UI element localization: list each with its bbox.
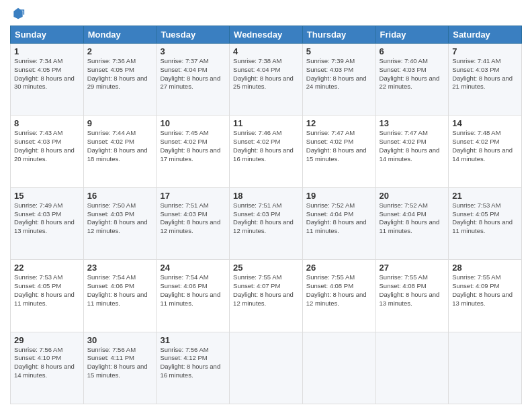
- table-row: 11 Sunrise: 7:46 AMSunset: 4:02 PMDaylig…: [230, 116, 303, 187]
- day-number: 14: [452, 118, 518, 128]
- table-row: 1 Sunrise: 7:34 AMSunset: 4:05 PMDayligh…: [11, 44, 84, 116]
- table-row: 3 Sunrise: 7:37 AMSunset: 4:04 PMDayligh…: [157, 44, 230, 116]
- calendar-week-row: 1 Sunrise: 7:34 AMSunset: 4:05 PMDayligh…: [11, 44, 522, 116]
- table-row: 30 Sunrise: 7:56 AMSunset: 4:11 PMDaylig…: [83, 332, 157, 404]
- table-row: 23 Sunrise: 7:54 AMSunset: 4:06 PMDaylig…: [83, 260, 157, 332]
- day-info: Sunrise: 7:55 AMSunset: 4:08 PMDaylight:…: [380, 273, 445, 308]
- table-row: 7 Sunrise: 7:41 AMSunset: 4:03 PMDayligh…: [449, 44, 522, 116]
- day-number: 22: [14, 263, 80, 273]
- day-info: Sunrise: 7:54 AMSunset: 4:06 PMDaylight:…: [160, 273, 226, 308]
- header-friday: Friday: [375, 26, 449, 44]
- calendar: Sunday Monday Tuesday Wednesday Thursday…: [10, 26, 522, 404]
- day-number: 13: [380, 118, 445, 128]
- table-row: 19 Sunrise: 7:52 AMSunset: 4:04 PMDaylig…: [302, 187, 375, 259]
- day-info: Sunrise: 7:55 AMSunset: 4:07 PMDaylight:…: [233, 273, 299, 308]
- calendar-week-row: 29 Sunrise: 7:56 AMSunset: 4:10 PMDaylig…: [11, 332, 522, 404]
- day-info: Sunrise: 7:49 AMSunset: 4:03 PMDaylight:…: [14, 201, 80, 236]
- day-info: Sunrise: 7:37 AMSunset: 4:04 PMDaylight:…: [160, 57, 226, 91]
- day-info: Sunrise: 7:51 AMSunset: 4:03 PMDaylight:…: [233, 201, 299, 236]
- table-row: 12 Sunrise: 7:47 AMSunset: 4:02 PMDaylig…: [302, 116, 375, 187]
- table-row: 17 Sunrise: 7:51 AMSunset: 4:03 PMDaylig…: [157, 187, 230, 259]
- day-info: Sunrise: 7:44 AMSunset: 4:02 PMDaylight:…: [87, 129, 153, 163]
- table-row: 21 Sunrise: 7:53 AMSunset: 4:05 PMDaylig…: [449, 187, 522, 259]
- day-info: Sunrise: 7:56 AMSunset: 4:11 PMDaylight:…: [87, 346, 153, 380]
- table-row: 5 Sunrise: 7:39 AMSunset: 4:03 PMDayligh…: [302, 44, 375, 116]
- day-info: Sunrise: 7:39 AMSunset: 4:03 PMDaylight:…: [306, 57, 372, 91]
- page: Sunday Monday Tuesday Wednesday Thursday…: [0, 0, 532, 411]
- day-number: 9: [87, 118, 153, 128]
- table-row: 4 Sunrise: 7:38 AMSunset: 4:04 PMDayligh…: [230, 44, 303, 116]
- day-info: Sunrise: 7:41 AMSunset: 4:03 PMDaylight:…: [452, 57, 518, 91]
- day-info: Sunrise: 7:34 AMSunset: 4:05 PMDaylight:…: [14, 57, 80, 91]
- day-number: 6: [380, 46, 445, 56]
- header-sunday: Sunday: [11, 26, 84, 44]
- day-number: 24: [160, 263, 226, 273]
- day-number: 29: [14, 335, 80, 345]
- day-number: 17: [160, 191, 226, 201]
- day-info: Sunrise: 7:55 AMSunset: 4:09 PMDaylight:…: [452, 273, 518, 308]
- day-info: Sunrise: 7:54 AMSunset: 4:06 PMDaylight:…: [87, 273, 153, 308]
- table-row: 20 Sunrise: 7:52 AMSunset: 4:04 PMDaylig…: [375, 187, 449, 259]
- day-number: 12: [306, 118, 372, 128]
- day-number: 5: [306, 46, 372, 56]
- table-row: 9 Sunrise: 7:44 AMSunset: 4:02 PMDayligh…: [83, 116, 157, 187]
- day-info: Sunrise: 7:45 AMSunset: 4:02 PMDaylight:…: [160, 129, 226, 163]
- day-info: Sunrise: 7:56 AMSunset: 4:10 PMDaylight:…: [14, 346, 80, 380]
- day-number: 4: [233, 46, 299, 56]
- day-info: Sunrise: 7:55 AMSunset: 4:08 PMDaylight:…: [306, 273, 372, 308]
- day-number: 18: [233, 191, 299, 201]
- day-info: Sunrise: 7:43 AMSunset: 4:03 PMDaylight:…: [14, 129, 80, 163]
- day-info: Sunrise: 7:38 AMSunset: 4:04 PMDaylight:…: [233, 57, 299, 91]
- day-number: 8: [14, 118, 80, 128]
- day-info: Sunrise: 7:53 AMSunset: 4:05 PMDaylight:…: [452, 201, 518, 236]
- header-tuesday: Tuesday: [157, 26, 230, 44]
- table-row: 29 Sunrise: 7:56 AMSunset: 4:10 PMDaylig…: [11, 332, 84, 404]
- day-number: 26: [306, 263, 372, 273]
- calendar-header-row: Sunday Monday Tuesday Wednesday Thursday…: [11, 26, 522, 44]
- day-info: Sunrise: 7:52 AMSunset: 4:04 PMDaylight:…: [306, 201, 372, 236]
- day-number: 31: [160, 335, 226, 345]
- day-info: Sunrise: 7:40 AMSunset: 4:03 PMDaylight:…: [380, 57, 445, 91]
- day-number: 7: [452, 46, 518, 56]
- header-monday: Monday: [83, 26, 157, 44]
- table-row: 8 Sunrise: 7:43 AMSunset: 4:03 PMDayligh…: [11, 116, 84, 187]
- day-number: 15: [14, 191, 80, 201]
- day-number: 2: [87, 46, 153, 56]
- day-number: 11: [233, 118, 299, 128]
- table-row: 28 Sunrise: 7:55 AMSunset: 4:09 PMDaylig…: [449, 260, 522, 332]
- table-row: [302, 332, 375, 404]
- day-info: Sunrise: 7:51 AMSunset: 4:03 PMDaylight:…: [160, 201, 226, 236]
- day-number: 21: [452, 191, 518, 201]
- header-wednesday: Wednesday: [230, 26, 303, 44]
- table-row: 25 Sunrise: 7:55 AMSunset: 4:07 PMDaylig…: [230, 260, 303, 332]
- day-number: 25: [233, 263, 299, 273]
- day-number: 3: [160, 46, 226, 56]
- day-number: 19: [306, 191, 372, 201]
- logo: [10, 7, 25, 20]
- logo-icon: [11, 7, 25, 20]
- day-info: Sunrise: 7:47 AMSunset: 4:02 PMDaylight:…: [306, 129, 372, 163]
- day-number: 10: [160, 118, 226, 128]
- table-row: [449, 332, 522, 404]
- calendar-week-row: 8 Sunrise: 7:43 AMSunset: 4:03 PMDayligh…: [11, 116, 522, 187]
- table-row: 15 Sunrise: 7:49 AMSunset: 4:03 PMDaylig…: [11, 187, 84, 259]
- day-number: 28: [452, 263, 518, 273]
- day-number: 27: [380, 263, 445, 273]
- table-row: [375, 332, 449, 404]
- header-thursday: Thursday: [302, 26, 375, 44]
- day-info: Sunrise: 7:48 AMSunset: 4:02 PMDaylight:…: [452, 129, 518, 163]
- header-saturday: Saturday: [449, 26, 522, 44]
- day-info: Sunrise: 7:46 AMSunset: 4:02 PMDaylight:…: [233, 129, 299, 163]
- day-info: Sunrise: 7:36 AMSunset: 4:05 PMDaylight:…: [87, 57, 153, 91]
- day-number: 20: [380, 191, 445, 201]
- calendar-week-row: 22 Sunrise: 7:53 AMSunset: 4:05 PMDaylig…: [11, 260, 522, 332]
- day-number: 1: [14, 46, 80, 56]
- table-row: 10 Sunrise: 7:45 AMSunset: 4:02 PMDaylig…: [157, 116, 230, 187]
- table-row: 18 Sunrise: 7:51 AMSunset: 4:03 PMDaylig…: [230, 187, 303, 259]
- table-row: 26 Sunrise: 7:55 AMSunset: 4:08 PMDaylig…: [302, 260, 375, 332]
- day-number: 30: [87, 335, 153, 345]
- table-row: 2 Sunrise: 7:36 AMSunset: 4:05 PMDayligh…: [83, 44, 157, 116]
- table-row: 14 Sunrise: 7:48 AMSunset: 4:02 PMDaylig…: [449, 116, 522, 187]
- day-number: 23: [87, 263, 153, 273]
- calendar-week-row: 15 Sunrise: 7:49 AMSunset: 4:03 PMDaylig…: [11, 187, 522, 259]
